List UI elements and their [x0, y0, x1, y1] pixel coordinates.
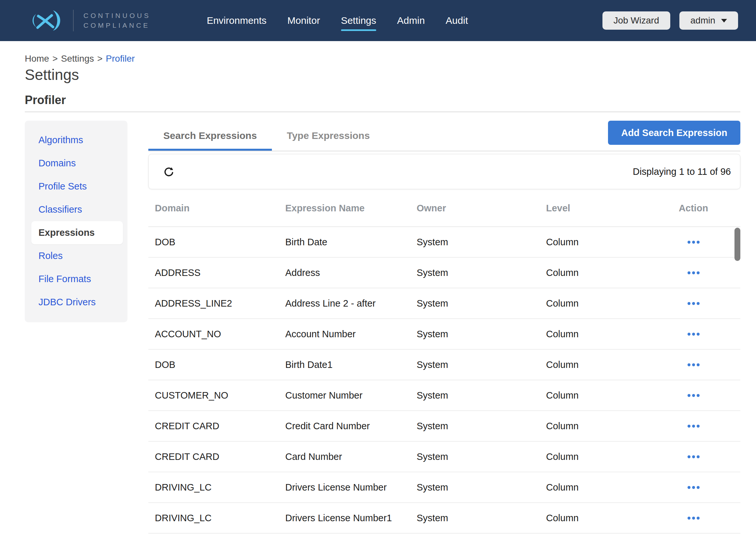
- cell-level: Column: [546, 513, 675, 524]
- cell-action: [675, 360, 711, 370]
- cell-expression-name: Birth Date1: [285, 360, 417, 370]
- brand-line2: COMPLIANCE: [83, 21, 151, 30]
- sidebar-item-classifiers[interactable]: Classifiers: [25, 198, 127, 221]
- nav-item-environments[interactable]: Environments: [207, 15, 266, 26]
- cell-owner: System: [417, 482, 546, 493]
- cell-owner: System: [417, 237, 546, 247]
- sidebar-item-profile-sets[interactable]: Profile Sets: [25, 175, 127, 198]
- cell-expression-name: Credit Card Number: [285, 421, 417, 432]
- cell-action: [675, 268, 711, 278]
- row-actions-button[interactable]: [684, 299, 703, 308]
- content: Algorithms Domains Profile Sets Classifi…: [0, 112, 756, 534]
- cell-level: Column: [546, 267, 675, 278]
- ellipsis-icon: [688, 394, 690, 397]
- row-actions-button[interactable]: [684, 330, 703, 339]
- cell-action: [675, 299, 711, 308]
- cell-domain: DOB: [155, 360, 285, 370]
- ellipsis-icon: [688, 455, 690, 458]
- top-nav: CONTINUOUS COMPLIANCE Environments Monit…: [0, 0, 756, 41]
- cell-expression-name: Address Line 2 - after: [285, 298, 417, 309]
- cell-level: Column: [546, 360, 675, 370]
- user-menu-button[interactable]: admin: [679, 11, 738, 30]
- table-header-row: Domain Expression Name Owner Level Actio…: [148, 189, 740, 227]
- row-actions-button[interactable]: [684, 452, 703, 462]
- cell-action: [675, 483, 711, 492]
- brand-text: CONTINUOUS COMPLIANCE: [83, 11, 151, 30]
- brand-line1: CONTINUOUS: [83, 11, 151, 21]
- column-header-expression-name[interactable]: Expression Name: [285, 203, 417, 214]
- section-title: Profiler: [25, 93, 756, 107]
- breadcrumb-settings[interactable]: Settings: [61, 53, 94, 64]
- cell-action: [675, 391, 711, 400]
- table-row: ADDRESS Address System Column: [148, 258, 740, 288]
- sidebar-item-roles[interactable]: Roles: [25, 244, 127, 267]
- table-row: DOB Birth Date1 System Column: [148, 350, 740, 380]
- row-actions-button[interactable]: [684, 391, 703, 400]
- breadcrumb-profiler[interactable]: Profiler: [106, 53, 135, 64]
- cell-expression-name: Account Number: [285, 329, 417, 340]
- job-wizard-button[interactable]: Job Wizard: [602, 11, 670, 30]
- nav-item-settings[interactable]: Settings: [341, 15, 376, 26]
- cell-owner: System: [417, 267, 546, 278]
- cell-domain: CREDIT CARD: [155, 451, 285, 462]
- cell-domain: ACCOUNT_NO: [155, 329, 285, 340]
- nav-item-audit[interactable]: Audit: [446, 15, 468, 26]
- tab-type-expressions[interactable]: Type Expressions: [272, 121, 385, 151]
- sidebar-item-domains[interactable]: Domains: [25, 152, 127, 175]
- sidebar-item-expressions[interactable]: Expressions: [31, 221, 123, 244]
- cell-owner: System: [417, 360, 546, 370]
- ellipsis-icon: [688, 486, 690, 489]
- cell-owner: System: [417, 421, 546, 432]
- nav-item-admin[interactable]: Admin: [397, 15, 425, 26]
- column-header-action: Action: [675, 203, 711, 214]
- table-row: CREDIT CARD Credit Card Number System Co…: [148, 411, 740, 442]
- breadcrumb-home[interactable]: Home: [25, 53, 49, 64]
- cell-level: Column: [546, 482, 675, 493]
- nav-item-monitor[interactable]: Monitor: [288, 15, 320, 26]
- cell-level: Column: [546, 421, 675, 432]
- row-actions-button[interactable]: [684, 237, 703, 247]
- ellipsis-icon: [688, 517, 690, 520]
- sidebar: Algorithms Domains Profile Sets Classifi…: [25, 121, 127, 322]
- refresh-icon: [163, 165, 175, 178]
- table-toolbar: Displaying 1 to 11 of 96: [148, 154, 740, 189]
- cell-owner: System: [417, 513, 546, 524]
- tabs-row: Search Expressions Type Expressions Add …: [148, 121, 740, 151]
- cell-domain: DRIVING_LC: [155, 513, 285, 524]
- table-row: CREDIT CARD Card Number System Column: [148, 442, 740, 472]
- table-row: DRIVING_LC Drivers License Number System…: [148, 472, 740, 503]
- column-header-domain[interactable]: Domain: [155, 203, 285, 214]
- cell-action: [675, 237, 711, 247]
- expressions-table: Domain Expression Name Owner Level Actio…: [148, 189, 740, 534]
- cell-expression-name: Customer Number: [285, 390, 417, 401]
- add-search-expression-button[interactable]: Add Search Expression: [608, 121, 740, 145]
- refresh-button[interactable]: [163, 165, 175, 178]
- row-actions-button[interactable]: [684, 360, 703, 370]
- ellipsis-icon: [688, 302, 690, 305]
- row-actions-button[interactable]: [684, 268, 703, 278]
- cell-domain: CREDIT CARD: [155, 421, 285, 432]
- sidebar-item-jdbc-drivers[interactable]: JDBC Drivers: [25, 291, 127, 314]
- cell-action: [675, 330, 711, 339]
- column-header-owner[interactable]: Owner: [417, 203, 546, 214]
- ellipsis-icon: [688, 271, 690, 274]
- row-actions-button[interactable]: [684, 483, 703, 492]
- cell-level: Column: [546, 237, 675, 247]
- row-actions-button[interactable]: [684, 513, 703, 523]
- column-header-level[interactable]: Level: [546, 203, 675, 214]
- delphix-logo-icon: [25, 7, 63, 34]
- scrollbar-thumb[interactable]: [734, 228, 740, 261]
- cell-owner: System: [417, 329, 546, 340]
- table-body: DOB Birth Date System Column ADDRESS Add…: [148, 227, 740, 534]
- cell-domain: CUSTOMER_NO: [155, 390, 285, 401]
- sidebar-item-algorithms[interactable]: Algorithms: [25, 128, 127, 152]
- ellipsis-icon: [688, 333, 690, 336]
- sidebar-item-file-formats[interactable]: File Formats: [25, 267, 127, 291]
- table-row: DOB Birth Date System Column: [148, 227, 740, 258]
- row-actions-button[interactable]: [684, 421, 703, 431]
- nav-right: Job Wizard admin: [602, 11, 738, 30]
- tab-search-expressions[interactable]: Search Expressions: [148, 121, 272, 151]
- ellipsis-icon: [688, 425, 690, 428]
- user-menu-label: admin: [690, 15, 715, 26]
- cell-expression-name: Drivers License Number: [285, 482, 417, 493]
